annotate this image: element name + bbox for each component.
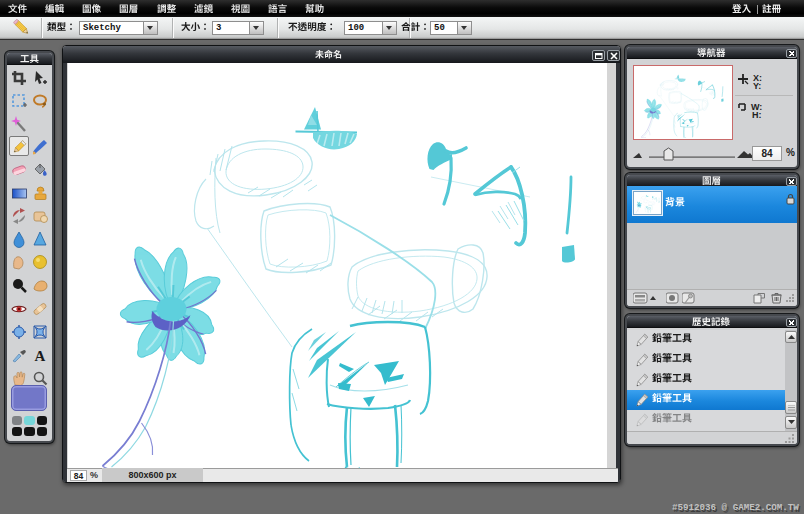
svg-text:A: A [34, 348, 45, 364]
